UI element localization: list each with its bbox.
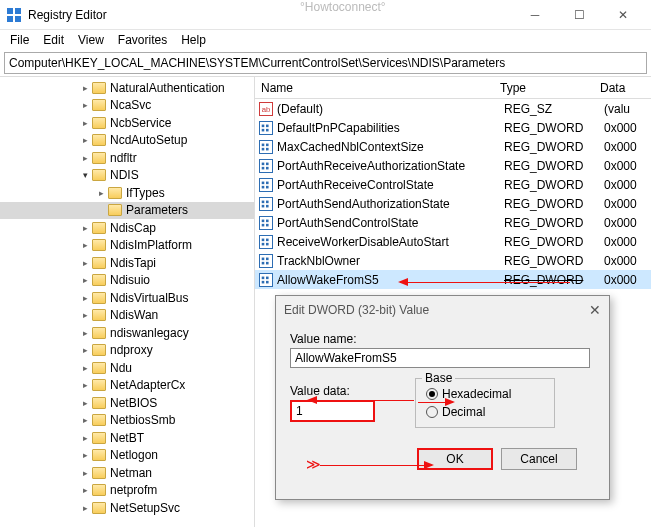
chevron-closed-icon[interactable] (80, 310, 90, 320)
chevron-closed-icon[interactable] (80, 258, 90, 268)
menu-file[interactable]: File (10, 33, 29, 47)
chevron-closed-icon[interactable] (80, 363, 90, 373)
folder-icon (92, 484, 106, 496)
tree-item[interactable]: Netman (0, 464, 254, 482)
chevron-closed-icon[interactable] (80, 485, 90, 495)
chevron-closed-icon[interactable] (80, 503, 90, 513)
col-data-header[interactable]: Data (600, 81, 651, 95)
menu-edit[interactable]: Edit (43, 33, 64, 47)
tree-item[interactable]: netprofm (0, 482, 254, 500)
value-type: REG_DWORD (504, 197, 604, 211)
dword-value-icon (259, 273, 273, 287)
col-type-header[interactable]: Type (500, 81, 600, 95)
tree-item[interactable]: IfTypes (0, 184, 254, 202)
tree-item[interactable]: ndproxy (0, 342, 254, 360)
tree-item[interactable]: NetBIOS (0, 394, 254, 412)
table-row[interactable]: DefaultPnPCapabilitiesREG_DWORD0x000 (255, 118, 651, 137)
col-name-header[interactable]: Name (255, 81, 500, 95)
table-row[interactable]: PortAuthReceiveAuthorizationStateREG_DWO… (255, 156, 651, 175)
value-name-label: Value name: (290, 332, 595, 346)
radio-decimal[interactable]: Decimal (426, 403, 544, 421)
tree-item[interactable]: NdisVirtualBus (0, 289, 254, 307)
close-button[interactable]: ✕ (601, 0, 645, 30)
menu-view[interactable]: View (78, 33, 104, 47)
chevron-closed-icon[interactable] (96, 188, 106, 198)
chevron-closed-icon[interactable] (80, 450, 90, 460)
folder-icon (92, 152, 106, 164)
svg-rect-38 (266, 276, 269, 279)
value-data: 0x000 (604, 254, 651, 268)
chevron-closed-icon[interactable] (80, 293, 90, 303)
chevron-closed-icon[interactable] (80, 468, 90, 478)
chevron-closed-icon[interactable] (80, 415, 90, 425)
tree-item[interactable]: NetSetupSvc (0, 499, 254, 517)
chevron-closed-icon[interactable] (80, 433, 90, 443)
radio-hexadecimal[interactable]: Hexadecimal (426, 385, 544, 403)
tree-item-label: NdisImPlatform (110, 238, 192, 252)
base-legend: Base (422, 371, 455, 385)
chevron-closed-icon[interactable] (80, 83, 90, 93)
menu-help[interactable]: Help (181, 33, 206, 47)
tree-item[interactable]: Netlogon (0, 447, 254, 465)
table-row[interactable]: ReceiveWorkerDisableAutoStartREG_DWORD0x… (255, 232, 651, 251)
chevron-closed-icon[interactable] (80, 328, 90, 338)
chevron-closed-icon[interactable] (80, 153, 90, 163)
chevron-closed-icon[interactable] (80, 398, 90, 408)
chevron-open-icon[interactable] (80, 170, 90, 180)
svg-rect-30 (266, 238, 269, 241)
tree-item[interactable]: ndfltr (0, 149, 254, 167)
tree-item[interactable]: NcbService (0, 114, 254, 132)
table-row[interactable]: PortAuthSendControlStateREG_DWORD0x000 (255, 213, 651, 232)
folder-icon (92, 257, 106, 269)
tree-item[interactable]: NcaSvc (0, 97, 254, 115)
dword-value-icon (259, 121, 273, 135)
value-data: (valu (604, 102, 651, 116)
table-row[interactable]: PortAuthSendAuthorizationStateREG_DWORD0… (255, 194, 651, 213)
svg-rect-18 (266, 181, 269, 184)
tree-item[interactable]: Ndu (0, 359, 254, 377)
svg-rect-25 (262, 219, 265, 222)
chevron-closed-icon[interactable] (80, 135, 90, 145)
value-data-field[interactable] (290, 400, 375, 422)
tree-item[interactable]: NDIS (0, 167, 254, 185)
folder-icon (108, 204, 122, 216)
table-row[interactable]: PortAuthReceiveControlStateREG_DWORD0x00… (255, 175, 651, 194)
chevron-closed-icon[interactable] (80, 380, 90, 390)
chevron-closed-icon[interactable] (80, 240, 90, 250)
tree-item[interactable]: ndiswanlegacy (0, 324, 254, 342)
table-row[interactable]: MaxCachedNblContextSizeREG_DWORD0x000 (255, 137, 651, 156)
tree-item[interactable]: NaturalAuthentication (0, 79, 254, 97)
tree-item[interactable]: NetAdapterCx (0, 377, 254, 395)
value-data: 0x000 (604, 273, 651, 287)
value-name-field[interactable] (290, 348, 590, 368)
value-name: AllowWakeFromS5 (277, 273, 504, 287)
tree-item[interactable]: NdisTapi (0, 254, 254, 272)
tree-item[interactable]: Ndisuio (0, 272, 254, 290)
maximize-button[interactable]: ☐ (557, 0, 601, 30)
address-bar[interactable]: Computer\HKEY_LOCAL_MACHINE\SYSTEM\Curre… (4, 52, 647, 74)
chevron-closed-icon[interactable] (80, 100, 90, 110)
folder-icon (92, 414, 106, 426)
dialog-close-icon[interactable]: ✕ (589, 302, 601, 318)
tree-item[interactable]: NdisCap (0, 219, 254, 237)
tree-item[interactable]: NetbiosSmb (0, 412, 254, 430)
minimize-button[interactable]: ─ (513, 0, 557, 30)
folder-icon (92, 379, 106, 391)
tree-pane[interactable]: NaturalAuthenticationNcaSvcNcbServiceNcd… (0, 77, 255, 527)
tree-item[interactable]: Parameters (0, 202, 254, 220)
value-type: REG_DWORD (504, 159, 604, 173)
table-row[interactable]: ab(Default)REG_SZ(valu (255, 99, 651, 118)
tree-item[interactable]: NdisWan (0, 307, 254, 325)
tree-item[interactable]: NdisImPlatform (0, 237, 254, 255)
tree-item-label: netprofm (110, 483, 157, 497)
chevron-closed-icon[interactable] (80, 223, 90, 233)
chevron-closed-icon[interactable] (80, 345, 90, 355)
chevron-closed-icon[interactable] (80, 118, 90, 128)
tree-item[interactable]: NetBT (0, 429, 254, 447)
chevron-closed-icon[interactable] (80, 275, 90, 285)
table-row[interactable]: TrackNblOwnerREG_DWORD0x000 (255, 251, 651, 270)
table-row[interactable]: AllowWakeFromS5REG_DWORD0x000 (255, 270, 651, 289)
cancel-button[interactable]: Cancel (501, 448, 577, 470)
tree-item[interactable]: NcdAutoSetup (0, 132, 254, 150)
menu-favorites[interactable]: Favorites (118, 33, 167, 47)
